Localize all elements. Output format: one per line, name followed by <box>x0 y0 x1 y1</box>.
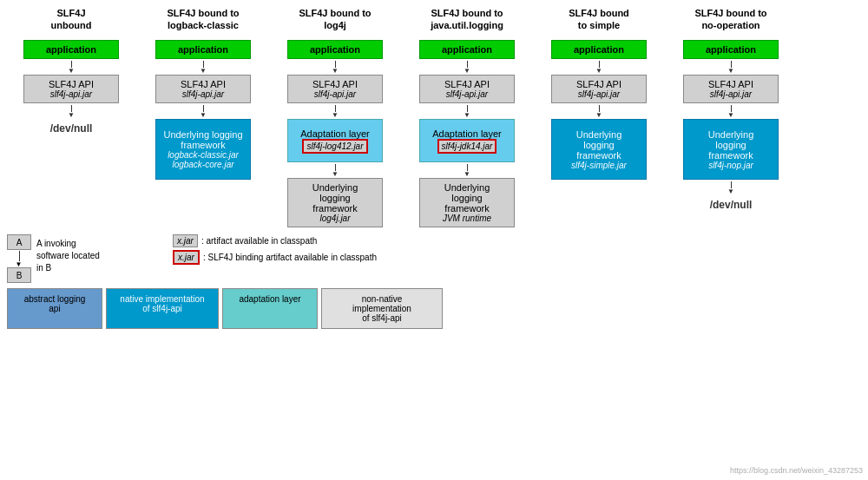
box-title: SLF4J API <box>293 79 377 89</box>
legend-desc-2: : SLF4J binding artifact available in cl… <box>203 253 377 262</box>
diagram-area: SLF4J unbound application SLF4J API slf4… <box>7 7 861 227</box>
arrow-1-simple <box>551 59 647 75</box>
arrow-1-logback <box>155 59 251 75</box>
column-log4j: SLF4J bound to log4j application SLF4J A… <box>271 7 399 227</box>
arrow-1-nop <box>683 59 779 75</box>
box-title: SLF4J API <box>425 79 509 89</box>
col-title-unbound: SLF4J unbound <box>50 7 91 35</box>
color-legend-abstract: abstract logging api <box>7 288 102 329</box>
box-application-simple: application <box>551 40 647 59</box>
legend-box-a: A <box>7 234 31 250</box>
legend-box-b: B <box>7 267 31 283</box>
jar-text: slf4j-api.jar <box>689 89 773 99</box>
arrow-3-log4j <box>287 162 383 178</box>
box-slf4j-api-jul: SLF4J API slf4j-api.jar <box>419 75 515 103</box>
jar-text: JVM runtime <box>443 214 491 223</box>
arrow-1-jul <box>419 59 515 75</box>
box-title: SLF4J API <box>30 79 113 89</box>
arrow-2-jul <box>419 103 515 119</box>
jar-text: log4j.jar <box>319 214 350 223</box>
box-underlying-logback: Underlying logging framework logback-cla… <box>155 119 251 180</box>
jar-text: slf4j-api.jar <box>557 89 641 99</box>
column-logback: SLF4J bound to logback-classic applicati… <box>139 7 267 180</box>
legend-ab-label: A invoking software located in B <box>36 234 100 274</box>
jar-text-red: slf4j-log412.jar <box>302 139 367 154</box>
legend-desc-1: : artifact available in classpath <box>201 236 317 246</box>
box-slf4j-api-nop: SLF4J API slf4j-api.jar <box>683 75 779 103</box>
jar-text: slf4j-simple.jar <box>571 161 627 170</box>
box-slf4j-api-logback: SLF4J API slf4j-api.jar <box>155 75 251 103</box>
box-underlying-jul: Underlying logging framework JVM runtime <box>419 178 515 227</box>
arrow-2-logback <box>155 103 251 119</box>
null-text-nop: /dev/null <box>683 199 779 211</box>
col-title-log4j: SLF4J bound to log4j <box>299 7 371 35</box>
jar-text: slf4j-api.jar <box>293 89 377 99</box>
column-unbound: SLF4J unbound application SLF4J API slf4… <box>7 7 135 138</box>
legend-jar-1: x.jar <box>173 234 198 247</box>
col-title-jul: SLF4J bound to java.util.logging <box>431 7 503 35</box>
box-title: Underlying logging framework <box>708 129 754 161</box>
legend-item-1: x.jar : artifact available in classpath <box>173 234 377 247</box>
col-title-nop: SLF4J bound to no-operation <box>694 7 766 35</box>
box-title: Underlying logging framework <box>312 182 358 214</box>
col-title-logback: SLF4J bound to logback-classic <box>167 7 239 35</box>
col-title-simple: SLF4J bound to simple <box>569 7 629 35</box>
arrow-3-nop <box>683 180 779 195</box>
box-adaptation-log4j: Adaptation layer slf4j-log412.jar <box>287 119 383 162</box>
legend-jar-section: x.jar : artifact available in classpath … <box>173 234 377 265</box>
column-jul: SLF4J bound to java.util.logging applica… <box>403 7 531 227</box>
box-title: Underlying logging framework <box>444 182 490 214</box>
legend-ab-diagram: A ▼ B <box>7 234 31 283</box>
color-legend-native: native implementation of slf4j-api <box>106 288 219 329</box>
arrow-2-nop <box>683 103 779 119</box>
jar-text: logback-classic.jar logback-core.jar <box>168 150 239 169</box>
box-adaptation-jul: Adaptation layer slf4j-jdk14.jar <box>419 119 515 162</box>
box-title: SLF4J API <box>161 79 245 89</box>
box-title: Underlying logging framework <box>576 129 622 161</box>
legend-arrow-line: ▼ <box>19 251 20 261</box>
box-slf4j-api-simple: SLF4J API slf4j-api.jar <box>551 75 647 103</box>
color-legend-nonnative: non-native implementation of slf4j-api <box>321 288 443 329</box>
box-application-unbound: application <box>23 40 119 59</box>
arrow-1-log4j <box>287 59 383 75</box>
box-application-logback: application <box>155 40 251 59</box>
arrow-2-simple <box>551 103 647 119</box>
jar-text: slf4j-api.jar <box>425 89 509 99</box>
legend-jar-2: x.jar <box>173 250 200 265</box>
color-legend-adaptation: adaptation layer <box>222 288 318 329</box>
legend-ab-section: A ▼ B A invoking software located in B <box>7 234 159 283</box>
box-slf4j-api-unbound: SLF4J API slf4j-api.jar <box>23 75 119 103</box>
box-title: Underlying logging framework <box>163 129 242 150</box>
jar-text-red: slf4j-jdk14.jar <box>437 139 497 154</box>
jar-text: slf4j-api.jar <box>161 89 245 99</box>
box-application-jul: application <box>419 40 515 59</box>
box-title: Adaptation layer <box>432 128 502 139</box>
box-slf4j-api-log4j: SLF4J API slf4j-api.jar <box>287 75 383 103</box>
color-legend-section: abstract logging api native implementati… <box>7 288 861 329</box>
arrow-2-unbound <box>23 103 119 119</box>
arrow-2-log4j <box>287 103 383 119</box>
box-application-log4j: application <box>287 40 383 59</box>
main-container: SLF4J unbound application SLF4J API slf4… <box>0 0 868 480</box>
arrow-3-jul <box>419 162 515 178</box>
box-title: SLF4J API <box>557 79 641 89</box>
box-underlying-simple: Underlying logging framework slf4j-simpl… <box>551 119 647 180</box>
box-title: Adaptation layer <box>300 128 370 139</box>
null-text-unbound: /dev/null <box>23 122 119 135</box>
legend-item-2: x.jar : SLF4J binding artifact available… <box>173 250 377 265</box>
box-underlying-log4j: Underlying logging framework log4j.jar <box>287 178 383 227</box>
arrow-down-icon: ▼ <box>16 260 23 268</box>
watermark: https://blog.csdn.net/weixin_43287253 <box>730 466 863 475</box>
jar-text: slf4j-nop.jar <box>708 161 753 170</box>
box-underlying-nop: Underlying logging framework slf4j-nop.j… <box>683 119 779 180</box>
box-application-nop: application <box>683 40 779 59</box>
box-title: SLF4J API <box>689 79 773 89</box>
column-nop: SLF4J bound to no-operation application … <box>667 7 795 214</box>
jar-text: slf4j-api.jar <box>30 89 113 99</box>
column-simple: SLF4J bound to simple application SLF4J … <box>535 7 663 180</box>
arrow-1-unbound <box>23 59 119 75</box>
